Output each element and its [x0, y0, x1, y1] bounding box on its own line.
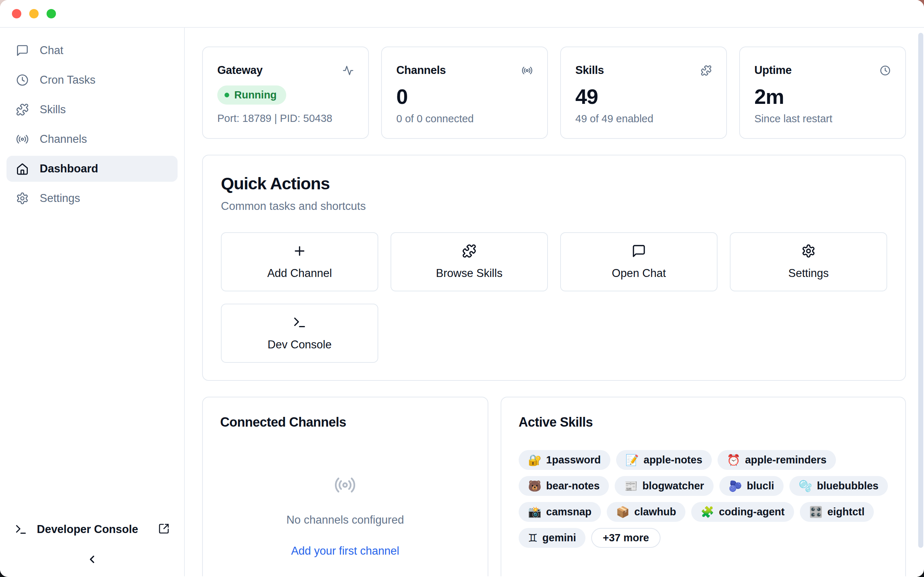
- status-badge: Running: [217, 85, 286, 105]
- puzzle-emoji-icon: 🧩: [701, 507, 714, 517]
- sidebar-item-label: Dashboard: [40, 162, 98, 175]
- titlebar: [0, 0, 924, 28]
- vertical-scrollbar[interactable]: [918, 33, 923, 548]
- settings-button[interactable]: Settings: [730, 232, 887, 292]
- sidebar-item-skills[interactable]: Skills: [6, 97, 178, 122]
- gear-icon: [801, 244, 816, 258]
- close-button[interactable]: [12, 9, 21, 18]
- skills-chip-list: 🔐1password 📝apple-notes ⏰apple-reminders…: [519, 450, 888, 548]
- uptime-detail: Since last restart: [754, 113, 891, 125]
- terminal-icon: [292, 315, 307, 330]
- main-content: Gateway Running Port: 18789 | PID: 50438…: [185, 28, 924, 576]
- connected-channels-card: Connected Channels No channels configure…: [202, 397, 488, 576]
- camera-emoji-icon: 📸: [528, 507, 541, 517]
- channels-detail: 0 of 0 connected: [396, 113, 533, 125]
- chevron-left-icon: [86, 553, 98, 566]
- sidebar-item-label: Skills: [40, 103, 66, 116]
- lock-emoji-icon: 🔐: [528, 455, 541, 466]
- skill-chip: 🧩coding-agent: [691, 502, 794, 522]
- quick-actions-card: Quick Actions Common tasks and shortcuts…: [202, 155, 906, 381]
- uptime-card-title: Uptime: [754, 64, 792, 77]
- channels-empty-state: No channels configured Add your first ch…: [220, 430, 470, 558]
- gateway-card-title: Gateway: [217, 64, 262, 77]
- puzzle-icon: [16, 103, 29, 116]
- skill-chip: 🔐1password: [519, 450, 611, 470]
- sidebar-footer: Developer Console: [0, 518, 184, 576]
- open-external-button[interactable]: [158, 523, 170, 536]
- browse-skills-label: Browse Skills: [436, 267, 502, 280]
- add-first-channel-link[interactable]: Add your first channel: [291, 545, 399, 558]
- bubbles-emoji-icon: 🫧: [799, 481, 812, 492]
- open-chat-label: Open Chat: [612, 267, 666, 280]
- active-skills-title: Active Skills: [519, 415, 888, 430]
- uptime-value: 2m: [754, 86, 891, 107]
- skill-chip: 🫐blucli: [719, 476, 783, 496]
- sidebar-item-cron-tasks[interactable]: Cron Tasks: [6, 67, 178, 93]
- stats-row: Gateway Running Port: 18789 | PID: 50438…: [202, 47, 906, 139]
- knobs-emoji-icon: 🎛️: [809, 507, 822, 517]
- show-more-skills-button[interactable]: +37 more: [591, 528, 661, 548]
- alarm-emoji-icon: ⏰: [727, 455, 740, 466]
- skill-chip: 📦clawhub: [607, 502, 685, 522]
- maximize-button[interactable]: [47, 9, 56, 18]
- quick-actions-grid: Add Channel Browse Skills Open Chat Sett…: [221, 232, 887, 363]
- bottom-row: Connected Channels No channels configure…: [202, 397, 906, 576]
- chat-bubble-icon: [632, 244, 646, 258]
- external-link-icon: [158, 523, 170, 534]
- chat-bubble-icon: [16, 44, 29, 57]
- bear-emoji-icon: 🐻: [528, 481, 541, 492]
- skill-chip: 📰blogwatcher: [615, 476, 713, 496]
- sidebar-item-settings[interactable]: Settings: [6, 185, 178, 211]
- developer-console-link[interactable]: Developer Console: [15, 518, 170, 541]
- developer-console-label: Developer Console: [37, 523, 138, 536]
- puzzle-icon: [462, 244, 477, 258]
- connected-channels-title: Connected Channels: [220, 415, 470, 430]
- sidebar-collapse-button[interactable]: [0, 553, 184, 566]
- sidebar-item-label: Cron Tasks: [40, 74, 96, 87]
- newspaper-emoji-icon: 📰: [624, 481, 637, 492]
- skills-detail: 49 of 49 enabled: [575, 113, 712, 125]
- open-chat-button[interactable]: Open Chat: [560, 232, 717, 292]
- dev-console-button[interactable]: Dev Console: [221, 304, 378, 363]
- dev-console-label: Dev Console: [267, 338, 331, 351]
- clock-icon: [880, 65, 891, 76]
- sidebar-item-chat[interactable]: Chat: [6, 37, 178, 63]
- settings-label: Settings: [788, 267, 829, 280]
- terminal-icon: [15, 523, 27, 536]
- quick-actions-subtitle: Common tasks and shortcuts: [221, 200, 887, 213]
- app-window: Chat Cron Tasks Skills Channels Dashboar…: [0, 0, 924, 577]
- active-skills-card: Active Skills 🔐1password 📝apple-notes ⏰a…: [501, 397, 906, 576]
- clock-icon: [16, 74, 29, 87]
- add-channel-button[interactable]: Add Channel: [221, 232, 378, 292]
- browse-skills-button[interactable]: Browse Skills: [391, 232, 548, 292]
- add-channel-label: Add Channel: [267, 267, 332, 280]
- skill-chip: ♊gemini: [519, 528, 585, 548]
- skills-count: 49: [575, 86, 712, 107]
- activity-icon: [342, 65, 354, 76]
- package-emoji-icon: 📦: [616, 507, 630, 517]
- skill-chip: 🐻bear-notes: [519, 476, 609, 496]
- gear-icon: [16, 192, 29, 205]
- uptime-card: Uptime 2m Since last restart: [739, 47, 906, 139]
- gateway-detail: Port: 18789 | PID: 50438: [217, 113, 354, 124]
- sidebar-item-dashboard[interactable]: Dashboard: [6, 156, 178, 182]
- quick-actions-title: Quick Actions: [221, 174, 887, 193]
- blueberries-emoji-icon: 🫐: [729, 481, 742, 492]
- channels-card-title: Channels: [396, 64, 446, 77]
- radio-icon: [334, 474, 356, 496]
- status-label: Running: [234, 89, 277, 101]
- skills-card-title: Skills: [575, 64, 604, 77]
- skill-chip: 🎛️eightctl: [800, 502, 874, 522]
- radio-icon: [522, 65, 533, 76]
- channels-card: Channels 0 0 of 0 connected: [381, 47, 548, 139]
- skill-chip: 📸camsnap: [519, 502, 601, 522]
- minimize-button[interactable]: [29, 9, 39, 18]
- memo-emoji-icon: 📝: [625, 455, 639, 466]
- skills-card: Skills 49 49 of 49 enabled: [560, 47, 727, 139]
- sidebar: Chat Cron Tasks Skills Channels Dashboar…: [0, 28, 185, 576]
- sidebar-item-label: Settings: [40, 192, 80, 205]
- plus-icon: [292, 244, 307, 258]
- skill-chip: 🫧bluebubbles: [789, 476, 888, 496]
- sidebar-item-channels[interactable]: Channels: [6, 126, 178, 152]
- empty-state-text: No channels configured: [286, 514, 404, 527]
